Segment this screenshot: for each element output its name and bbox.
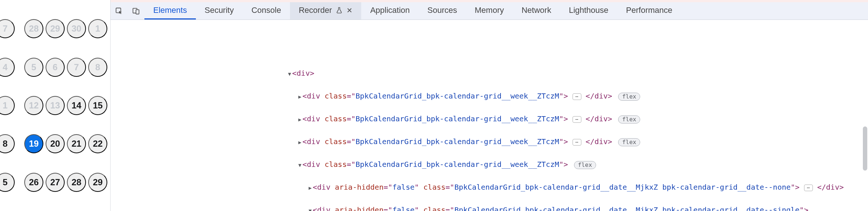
calendar-date[interactable]: 15 xyxy=(88,96,107,115)
calendar-row: 8 19 20 21 22 xyxy=(3,134,107,153)
dom-node[interactable]: ▼<div> xyxy=(111,68,868,79)
tab-elements[interactable]: Elements xyxy=(144,2,196,19)
device-toggle-icon[interactable] xyxy=(128,2,144,19)
calendar-date[interactable]: 8 xyxy=(0,134,15,153)
close-icon[interactable] xyxy=(347,7,352,13)
calendar-date[interactable]: 29 xyxy=(46,19,65,38)
calendar-date[interactable]: 7 xyxy=(0,19,15,38)
calendar-date[interactable]: 6 xyxy=(46,58,65,77)
calendar: 7 28 29 30 1 4 5 6 7 8 1 12 13 14 15 8 1… xyxy=(0,0,110,211)
calendar-date-selected[interactable]: 19 xyxy=(24,134,43,153)
devtools: Elements Security Console Recorder Appli… xyxy=(110,0,868,211)
flex-badge[interactable]: flex xyxy=(618,138,641,146)
elements-tree[interactable]: ▼<div> ▶<div class="BpkCalendarGrid_bpk-… xyxy=(111,20,868,211)
devtools-toolbar: Elements Security Console Recorder Appli… xyxy=(111,2,868,20)
ellipsis-icon[interactable]: ⋯ xyxy=(573,93,581,100)
calendar-date[interactable]: 1 xyxy=(88,19,107,38)
calendar-date[interactable]: 4 xyxy=(0,58,15,77)
calendar-date[interactable]: 26 xyxy=(24,173,43,192)
flex-badge[interactable]: flex xyxy=(618,93,641,101)
dom-node[interactable]: ▼<div aria-hidden="false" class="BpkCale… xyxy=(111,204,868,211)
calendar-date[interactable]: 28 xyxy=(67,173,86,192)
calendar-date[interactable]: 5 xyxy=(24,58,43,77)
calendar-row: 7 28 29 30 1 xyxy=(3,19,107,38)
svg-rect-2 xyxy=(136,10,139,14)
tab-memory[interactable]: Memory xyxy=(466,2,513,19)
calendar-date[interactable]: 20 xyxy=(46,134,65,153)
calendar-date[interactable]: 5 xyxy=(0,173,15,192)
tab-performance[interactable]: Performance xyxy=(617,2,681,19)
tab-console[interactable]: Console xyxy=(243,2,290,19)
calendar-date[interactable]: 8 xyxy=(88,58,107,77)
calendar-date[interactable]: 30 xyxy=(67,19,86,38)
calendar-date[interactable]: 21 xyxy=(67,134,86,153)
calendar-row: 1 12 13 14 15 xyxy=(3,96,107,115)
calendar-date[interactable]: 1 xyxy=(0,96,15,115)
dom-node[interactable]: ▶<div aria-hidden="false" class="BpkCale… xyxy=(111,182,868,193)
calendar-row: 5 26 27 28 29 xyxy=(3,173,107,192)
inspect-icon[interactable] xyxy=(111,2,128,19)
ellipsis-icon[interactable]: ⋯ xyxy=(804,185,813,191)
calendar-date[interactable]: 29 xyxy=(88,173,107,192)
tab-sources[interactable]: Sources xyxy=(419,2,466,19)
tab-recorder[interactable]: Recorder xyxy=(290,2,361,19)
devtools-tabs: Elements Security Console Recorder Appli… xyxy=(144,2,681,19)
calendar-date[interactable]: 27 xyxy=(46,173,65,192)
ellipsis-icon[interactable]: ⋯ xyxy=(573,116,581,123)
tab-network[interactable]: Network xyxy=(513,2,560,19)
ellipsis-icon[interactable]: ⋯ xyxy=(573,139,581,146)
calendar-date[interactable]: 28 xyxy=(24,19,43,38)
dom-node[interactable]: ▶<div class="BpkCalendarGrid_bpk-calenda… xyxy=(111,113,868,125)
tab-recorder-label: Recorder xyxy=(299,6,332,15)
calendar-date[interactable]: 22 xyxy=(88,134,107,153)
calendar-date[interactable]: 12 xyxy=(24,96,43,115)
flex-badge[interactable]: flex xyxy=(618,115,641,124)
tab-security[interactable]: Security xyxy=(196,2,243,19)
dom-node[interactable]: ▼<div class="BpkCalendarGrid_bpk-calenda… xyxy=(111,159,868,171)
dom-node[interactable]: ▶<div class="BpkCalendarGrid_bpk-calenda… xyxy=(111,90,868,102)
tab-application[interactable]: Application xyxy=(361,2,419,19)
flask-icon xyxy=(336,7,343,14)
flex-badge[interactable]: flex xyxy=(574,161,596,169)
dom-node[interactable]: ▶<div class="BpkCalendarGrid_bpk-calenda… xyxy=(111,136,868,148)
calendar-row: 4 5 6 7 8 xyxy=(3,58,107,77)
calendar-date[interactable]: 13 xyxy=(46,96,65,115)
calendar-date[interactable]: 7 xyxy=(67,58,86,77)
tab-lighthouse[interactable]: Lighthouse xyxy=(560,2,617,19)
calendar-date[interactable]: 14 xyxy=(67,96,86,115)
